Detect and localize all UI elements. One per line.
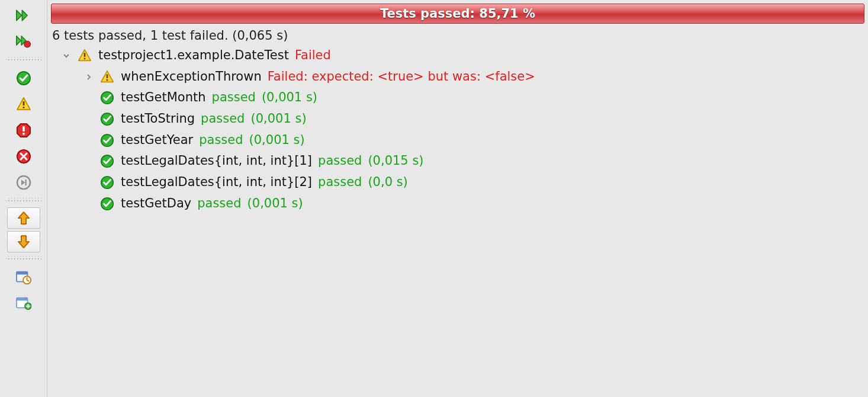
test-suite-row[interactable]: testproject1.example.DateTest Failed: [52, 45, 868, 66]
next-circle-icon: [16, 175, 31, 190]
test-row[interactable]: whenExceptionThrown Failed: expected: <t…: [52, 66, 868, 88]
svg-rect-17: [107, 74, 108, 78]
check-circle-icon: [99, 111, 115, 127]
check-circle-icon: [99, 133, 115, 148]
test-status: passed: [201, 108, 245, 130]
rerun-failed-button[interactable]: [7, 30, 40, 53]
show-errors-button[interactable]: [7, 119, 40, 142]
test-row[interactable]: testLegalDates{int, int, int}[1] passed …: [52, 151, 868, 172]
main-panel: Tests passed: 85,71 % 6 tests passed, 1 …: [47, 0, 868, 397]
warning-triangle-icon: [99, 69, 115, 85]
separator: [6, 256, 41, 260]
test-status: passed: [197, 193, 241, 214]
summary-line: 6 tests passed, 1 test failed. (0,065 s): [47, 27, 868, 45]
svg-rect-18: [107, 79, 108, 81]
svg-rect-2: [22, 101, 24, 105]
status-bar: Tests passed: 85,71 %: [51, 4, 864, 24]
svg-rect-13: [16, 298, 27, 301]
arrow-up-icon: [16, 210, 31, 226]
svg-rect-4: [22, 126, 25, 132]
arrow-down-icon: [16, 234, 31, 249]
test-timing: (0,001 s): [250, 108, 306, 130]
show-passed-button[interactable]: [7, 66, 40, 90]
test-timing: (0,001 s): [247, 193, 303, 214]
test-row[interactable]: testGetDay passed (0,001 s): [52, 193, 868, 214]
test-status: Failed: expected: <true> but was: <false…: [268, 66, 535, 88]
test-status: passed: [318, 151, 362, 172]
test-name: testGetDay: [121, 193, 191, 214]
clock-window-icon: [16, 270, 31, 285]
separator: [6, 198, 41, 201]
test-timing: (0,015 s): [368, 151, 423, 172]
test-name: testGetMonth: [121, 87, 206, 108]
test-row[interactable]: testLegalDates{int, int, int}[2] passed …: [52, 172, 868, 193]
x-circle-icon: [16, 149, 31, 164]
play-double-icon: [16, 8, 31, 23]
arrow-up-button[interactable]: [7, 207, 40, 229]
status-bar-text: Tests passed: 85,71 %: [380, 7, 535, 21]
history-button[interactable]: [7, 265, 40, 289]
separator: [6, 57, 41, 60]
test-timing: (0,0 s): [368, 172, 407, 193]
new-window-button[interactable]: [7, 292, 40, 315]
arrow-down-button[interactable]: [7, 231, 40, 252]
toolbar: [0, 0, 47, 397]
check-circle-icon: [99, 153, 115, 169]
test-row[interactable]: testGetMonth passed (0,001 s): [52, 87, 868, 108]
svg-rect-15: [84, 53, 86, 56]
suite-name: testproject1.example.DateTest: [98, 45, 289, 66]
chevron-down-icon[interactable]: [62, 52, 71, 59]
test-name: testLegalDates{int, int, int}[1]: [121, 151, 312, 172]
test-timing: (0,001 s): [249, 130, 305, 151]
test-status: passed: [199, 130, 243, 151]
test-status: passed: [318, 172, 362, 193]
check-circle-icon: [99, 175, 115, 190]
window-plus-icon: [16, 296, 31, 311]
test-timing: (0,001 s): [262, 87, 317, 108]
show-warnings-button[interactable]: [7, 92, 40, 116]
warning-triangle-icon: [16, 97, 31, 112]
test-row[interactable]: testGetYear passed (0,001 s): [52, 130, 868, 151]
test-name: whenExceptionThrown: [121, 66, 262, 88]
suite-status: Failed: [295, 45, 331, 66]
svg-rect-8: [25, 180, 26, 185]
svg-rect-3: [22, 107, 24, 108]
warning-triangle-icon: [77, 48, 92, 63]
error-octagon-icon: [16, 123, 31, 138]
test-row[interactable]: testToString passed (0,001 s): [52, 108, 868, 130]
check-circle-icon: [16, 71, 31, 86]
svg-rect-5: [22, 133, 25, 135]
test-name: testLegalDates{int, int, int}[2]: [121, 172, 312, 193]
test-tree: testproject1.example.DateTest Failed whe…: [47, 45, 868, 214]
rerun-button[interactable]: [7, 4, 40, 27]
svg-point-0: [24, 41, 30, 47]
skip-button[interactable]: [7, 171, 40, 194]
chevron-right-icon[interactable]: [84, 73, 94, 81]
svg-rect-10: [16, 272, 27, 275]
check-circle-icon: [99, 196, 115, 212]
test-name: testToString: [121, 108, 195, 130]
show-failed-button[interactable]: [7, 145, 40, 168]
play-double-failed-icon: [16, 34, 31, 49]
svg-rect-16: [84, 58, 86, 60]
test-status: passed: [212, 87, 256, 108]
test-name: testGetYear: [121, 130, 193, 151]
check-circle-icon: [99, 90, 115, 105]
